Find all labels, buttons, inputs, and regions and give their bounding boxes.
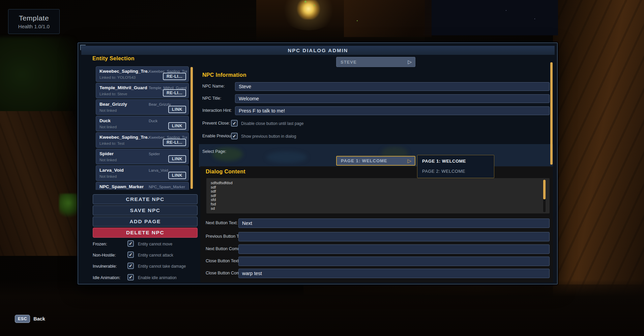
background-wood-left-grain [0,111,78,256]
npc-selector-dropdown[interactable]: STEVE ▷ [336,57,415,67]
frozen-label: Frozen: [93,242,107,246]
next-button-text-label: Next Button Text: [206,221,238,225]
close-button-command-value: warp test [242,271,262,276]
entity-name: Kweebec_Sapling_Tre... [99,69,148,74]
non-hostile-label: Non-Hostile: [93,253,116,258]
add-page-button[interactable]: ADD PAGE [93,216,198,227]
link-button[interactable]: LINK [168,122,186,130]
dialog-content-textarea[interactable]: sdfsdfsdfdsd sdf sdf sdf sfd fsd sd [206,178,550,213]
dropdown-arrow-icon[interactable]: ▷ [408,59,415,65]
entity-row[interactable]: Duck Duck Not linked LINK [96,116,189,131]
invulnerable-checkbox[interactable] [127,263,134,269]
entity-list: Kweebec_Sapling_Tre... Kweebec_Sapling_T… [96,66,194,190]
npc-name-input[interactable]: Steve [235,82,550,91]
enable-previous-checkbox[interactable] [231,133,238,139]
interaction-hint-input[interactable]: Press F to talk to me! [235,106,550,115]
entity-link-status: Not linked [99,125,117,129]
entity-type: Spider [149,152,160,156]
back-hint[interactable]: ESC Back [15,315,45,323]
page-dropdown-menu: PAGE 1: WELCOME PAGE 2: WELCOME [417,155,494,178]
interaction-hint-value: Press F to talk to me! [239,108,285,113]
textarea-scrollbar-thumb[interactable] [543,180,546,199]
npc-title-input[interactable]: Welcome [235,94,550,103]
next-button-text-input[interactable]: Next [238,219,550,228]
entity-name: NPC_Spawn_Marker [99,184,144,189]
npc-information-header: NPC Information [202,72,246,78]
relink-button[interactable]: RE-LI... [163,139,186,146]
entity-row[interactable]: Kweebec_Sapling_Tre... Kweebec_Sapling_T… [96,66,189,82]
non-hostile-description: Entity cannot attack [138,253,173,258]
enable-previous-description: Show previous button in dialog [241,134,296,139]
entity-list-scrollbar[interactable] [191,67,193,189]
entity-link-status: Not linked [99,108,117,112]
entity-selection-header: Entity Selection [92,56,135,62]
idle-animation-checkbox[interactable] [127,274,134,280]
entity-link-status: Not linked [99,158,117,162]
create-npc-button[interactable]: CREATE NPC [93,194,198,204]
entity-name: Duck [99,118,111,123]
background-floor-shadow [0,279,644,336]
background-firefly [357,20,358,21]
entity-row[interactable]: Kweebec_Sapling_Tre... Kweebec_Sapling_T… [96,132,189,148]
delete-npc-button[interactable]: DELETE NPC [93,228,198,238]
select-page-dropdown[interactable]: PAGE 1: WELCOME ▷ [336,156,415,166]
right-panel-scrollbar[interactable] [550,62,553,165]
entity-row[interactable]: Spider Spider Not linked LINK [96,149,189,164]
entity-name: Bear_Grizzly [99,102,127,107]
relink-button[interactable]: RE-LI... [163,89,186,97]
background-peek [266,152,307,163]
background-leaf [304,1,306,3]
enable-previous-label: Enable Previous: [202,134,234,138]
npc-title-label: NPC Title: [202,96,221,101]
window-title: NPC DIALOG ADMIN [288,47,348,53]
link-button[interactable]: LINK [168,106,186,113]
entity-link-status: Linked to: Test [99,141,124,145]
npc-name-value: Steve [239,84,251,89]
background-lantern [297,0,320,20]
entity-type: Duck [149,119,157,123]
entity-row[interactable]: Bear_Grizzly Bear_Grizzly Not linked LIN… [96,99,189,115]
link-button[interactable]: LINK [168,172,186,179]
prevent-close-label: Prevent Close: [202,121,230,126]
background-star [534,19,535,19]
entity-link-status: Not linked [99,174,117,178]
entity-type: Bear_Grizzly [149,102,171,106]
close-button-text-input[interactable] [238,257,550,266]
frozen-checkbox[interactable] [127,240,134,247]
relink-button[interactable]: RE-LI... [163,73,186,80]
dropdown-arrow-icon[interactable]: ▷ [407,158,415,164]
next-button-command-input[interactable] [238,244,550,254]
entity-name: Larva_Void [99,168,124,173]
background-wood-beam [344,0,432,37]
entity-row[interactable]: Temple_Mithril_Guard Temple_Mithril_Guar… [96,83,189,98]
npc-selector-value: STEVE [336,60,408,65]
corner-accent [80,45,86,50]
prevent-close-description: Disable close button until last page [241,121,303,126]
page-option-2[interactable]: PAGE 2: WELCOME [422,169,465,174]
window-titlebar: NPC DIALOG ADMIN [81,45,555,55]
save-npc-button[interactable]: SAVE NPC [93,205,198,215]
entity-link-status: Linked to: Steve [99,92,127,96]
close-button-text-label: Close Button Text: [206,259,240,263]
previous-button-text-input[interactable] [238,232,550,241]
entity-row[interactable]: Larva_Void Larva_Void Not linked LINK [96,165,189,181]
template-health: Health 1.0/1.0 [18,24,50,29]
esc-key-badge[interactable]: ESC [15,315,30,323]
entity-row[interactable]: NPC_Spawn_Marker NPC_Spawn_Marker [96,182,189,190]
select-page-label: Select Page: [202,149,226,154]
template-info-box: Template Health 1.0/1.0 [8,9,60,34]
frozen-description: Entity cannot move [138,242,172,246]
entity-name: Kweebec_Sapling_Tre... [99,135,148,140]
interaction-hint-label: Interaction Hint: [202,108,232,113]
link-button[interactable]: LINK [168,155,186,163]
page-option-1[interactable]: PAGE 1: WELCOME [422,159,466,164]
invulnerable-label: Invulnerable: [93,264,117,269]
invulnerable-description: Entity cannot take damage [138,264,186,269]
prevent-close-checkbox[interactable] [231,120,238,127]
entity-type: NPC_Spawn_Marker [149,185,185,189]
entity-type: Larva_Void [149,168,168,172]
close-button-command-input[interactable]: warp test [238,269,550,278]
non-hostile-checkbox[interactable] [127,251,134,258]
entity-name: Spider [99,151,114,156]
template-title: Template [19,14,49,22]
